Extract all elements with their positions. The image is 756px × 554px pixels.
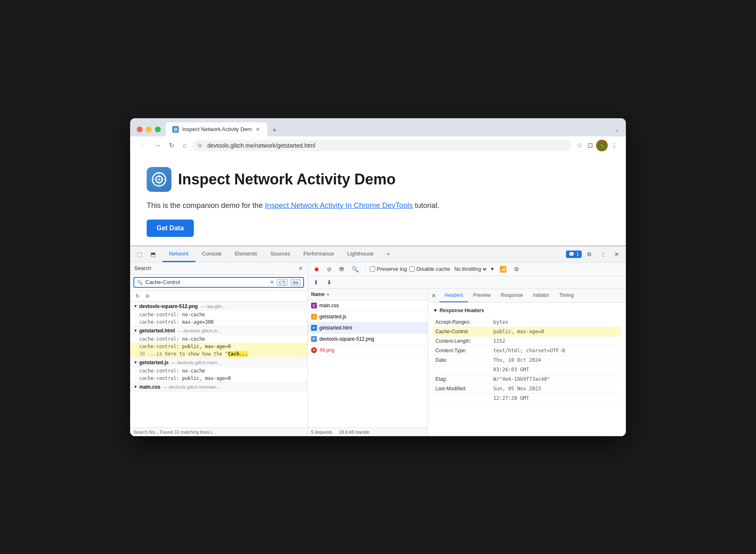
forward-button[interactable]: → [152,140,163,151]
more-options-icon[interactable]: ⋮ [609,140,619,151]
file-cell: J getstarted.js [308,312,428,321]
devtools-settings-icon[interactable]: ⚙ [583,248,595,260]
tab-preview[interactable]: Preview [468,289,496,302]
tab-sources[interactable]: Sources [264,246,297,262]
devtools-more-icon[interactable]: ⋮ [597,248,609,260]
console-badge: 💬 1 [566,251,582,258]
search-result-file[interactable]: ▼ main.css — devtools.glitch.me/main... [130,382,307,392]
page-title: Inspect Network Activity Demo [178,171,396,188]
import-har-icon[interactable]: ⬇ [324,277,334,287]
tab-console[interactable]: Console [195,246,228,262]
search-toggle-icon[interactable]: 🔍 [349,264,361,274]
home-button[interactable]: ⌂ [180,140,189,151]
address-input[interactable] [193,140,572,151]
search-clear-icon[interactable]: ✕ [270,279,274,285]
table-row[interactable]: J getstarted.js [308,311,428,322]
tutorial-link[interactable]: Inspect Network Activity In Chrome DevTo… [265,201,413,210]
result-source: — devtools.glitch.me/n... [171,360,221,365]
tab-performance[interactable]: Performance [297,246,340,262]
browser-tab[interactable]: Inspect Network Activity Dem ✕ [166,122,267,136]
tab-headers[interactable]: Headers [440,289,468,302]
page-content: Inspect Network Activity Demo This is th… [130,155,626,246]
result-line-item[interactable]: cache-control: public, max-age=0 [130,375,307,382]
reload-button[interactable]: ↻ [166,140,177,151]
throttle-dropdown-icon: ▼ [490,267,494,271]
response-headers-section: ▼ Response Headers [433,306,621,315]
inspect-element-icon[interactable]: ⬚ [133,248,145,260]
clear-button[interactable]: ⊘ [324,264,334,274]
header-name: Etag: [433,374,491,384]
tab-lighthouse[interactable]: Lighthouse [341,246,380,262]
file-cell: ✕ 48.png [308,346,428,355]
table-row[interactable]: H getstarted.html [308,322,428,334]
tabs-bar: Inspect Network Activity Dem ✕ + [166,122,609,136]
tab-initiator[interactable]: Initiator [528,289,554,302]
tab-more[interactable]: » [380,246,396,262]
new-tab-button[interactable]: + [269,124,280,136]
extensions-icon[interactable]: ⊡ [586,140,594,151]
back-button[interactable]: ← [137,140,148,151]
section-toggle-icon[interactable]: ▼ [433,308,438,313]
file-cell: P devtools-square-512.png [308,334,428,344]
record-button[interactable]: ⏺ [311,264,322,274]
close-button[interactable] [137,127,143,132]
result-line-item[interactable]: cache-control: no-cache [130,367,307,375]
bookmark-icon[interactable]: ☆ [575,140,584,151]
header-name [433,365,491,374]
network-main: ⏺ ⊘ ⛃ 🔍 Preserve log Disable cache No th… [308,263,626,436]
result-line-item[interactable]: cache-control: no-cache [130,311,307,318]
result-line-item[interactable]: 30 ...is here to show how the "Cach... [130,350,307,358]
search-cancel-icon[interactable]: ⊘ [143,292,152,300]
console-badge-icon: 💬 [568,251,575,257]
minimize-button[interactable] [146,127,152,132]
search-close-icon[interactable]: ✕ [298,265,303,272]
tab-timing[interactable]: Timing [554,289,579,302]
table-row[interactable]: C main.css [308,300,428,311]
file-name: 48.png [319,347,335,353]
disable-cache-checkbox[interactable] [409,266,415,272]
header-value: 03:26:03 GMT [491,365,621,374]
request-detail-close-icon[interactable]: ✕ [428,290,440,301]
tab-network[interactable]: Network [162,246,195,262]
header-row: Accept-Ranges: bytes [433,318,621,327]
search-regex-badge[interactable]: (.*) [277,279,288,286]
tab-elements[interactable]: Elements [228,246,264,262]
search-result-file[interactable]: ▼ getstarted.js — devtools.glitch.me/n..… [130,358,307,367]
result-source: — devtools.glitch.m... [178,328,221,333]
search-result-file[interactable]: ▼ getstarted.html — devtools.glitch.m... [130,326,307,335]
result-source: — raw.gith... [200,304,226,309]
maximize-button[interactable] [155,127,161,132]
search-result-file[interactable]: ▼ devtools-square-512.png — raw.gith... [130,302,307,311]
devtools-tab-icons: ⬚ ⬒ [133,248,159,260]
network-settings-icon[interactable]: ⚙ [511,264,522,274]
disable-cache-label: Disable cache [409,266,450,272]
result-line-item[interactable]: cache-control: no-cache [130,335,307,343]
network-conditions-icon[interactable]: 📶 [497,264,509,274]
search-case-badge[interactable]: Aa [290,279,301,286]
tab-response[interactable]: Response [496,289,528,302]
table-row[interactable]: ✕ 48.png [308,345,428,356]
tab-close-icon[interactable]: ✕ [255,126,261,133]
preserve-log-checkbox[interactable] [370,266,375,272]
search-sidebar: Search ✕ 🔍 Cache-Control ✕ (.*) Aa [130,263,308,436]
separator [365,266,366,272]
header-name: Last-Modified: [433,384,491,393]
devtools-close-icon[interactable]: ✕ [611,248,623,260]
png-file-icon: P [311,336,317,342]
get-data-button[interactable]: Get Data [147,220,194,237]
search-input-row: 🔍 Cache-Control ✕ (.*) Aa [130,275,307,291]
device-toolbar-icon[interactable]: ⬒ [147,248,159,260]
result-line-item[interactable]: cache-control: public, max-age=0 [130,343,307,350]
avatar[interactable]: 🦎 [596,140,608,151]
filter-icon[interactable]: ⛃ [337,264,347,274]
result-line-item[interactable]: cache-control: max-age=300 [130,318,307,326]
tab-menu-icon[interactable]: ⌄ [614,126,619,133]
search-refresh-icon[interactable]: ↻ [133,292,142,300]
table-row[interactable]: P devtools-square-512.png [308,334,428,345]
network-status-bar: 5 requests 18.6 kB transfe [308,427,428,436]
header-row: Last-Modified: Sun, 05 Nov 2023 [433,384,621,393]
export-har-icon[interactable]: ⬆ [311,277,321,287]
throttle-select[interactable]: No throttling [453,266,488,272]
name-column-header[interactable]: Name ▼ [308,289,428,300]
request-detail-content: ▼ Response Headers Accept-Ranges: bytes … [428,303,626,436]
